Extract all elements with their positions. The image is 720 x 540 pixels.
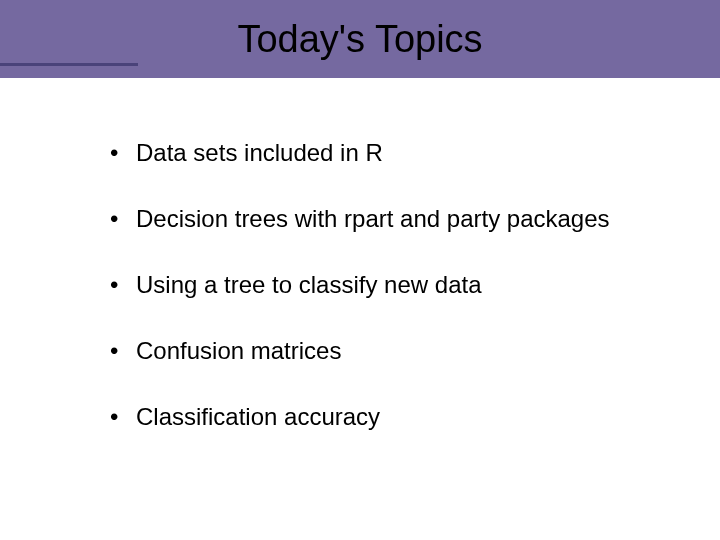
list-item: Using a tree to classify new data [110,270,620,300]
content-area: Data sets included in R Decision trees w… [0,78,720,432]
bullet-list: Data sets included in R Decision trees w… [110,138,620,432]
list-item: Decision trees with rpart and party pack… [110,204,620,234]
list-item: Confusion matrices [110,336,620,366]
title-bar-underline [0,63,138,66]
list-item: Classification accuracy [110,402,620,432]
title-bar: Today's Topics [0,0,720,78]
slide-title: Today's Topics [237,18,482,61]
list-item: Data sets included in R [110,138,620,168]
